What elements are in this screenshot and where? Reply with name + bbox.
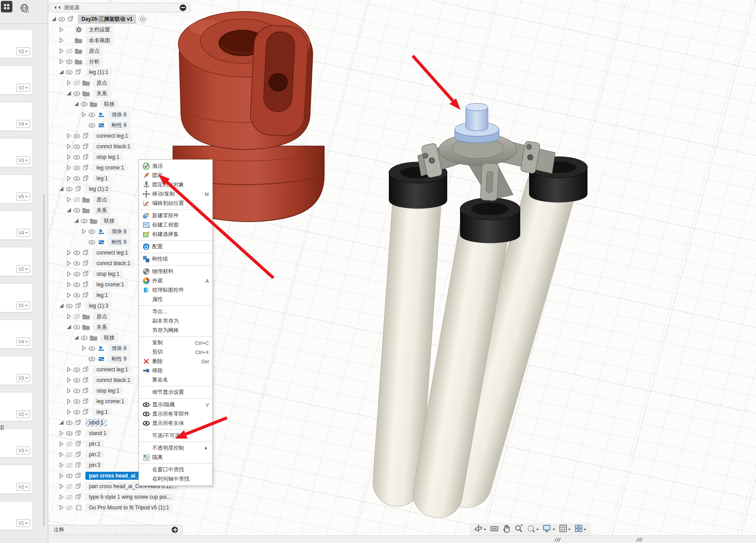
visibility-eye-icon[interactable] [72, 261, 81, 266]
collapse-triangle-icon[interactable] [73, 101, 80, 107]
tree-row[interactable]: connect leg:1 [48, 131, 195, 141]
expand-triangle-icon[interactable] [65, 388, 72, 393]
tree-item-label[interactable]: 命名视图 [85, 36, 114, 45]
app-grid-icon[interactable] [1, 1, 12, 12]
visibility-eye-icon[interactable] [65, 186, 74, 192]
tree-item-label[interactable]: Day26-三脚架联动 v1 [78, 15, 136, 24]
tree-item-label[interactable]: 刚性 9 [108, 121, 130, 130]
tree-item-label[interactable]: type b style 1 wing screw cup poi... [85, 493, 174, 501]
menu-item[interactable]: 固定 [139, 171, 212, 180]
collapse-triangle-icon[interactable] [73, 335, 80, 340]
visibility-eye-icon[interactable] [72, 133, 81, 139]
tree-row[interactable]: 文档设置 [48, 24, 195, 35]
menu-item[interactable]: 移动/复制M [139, 189, 212, 199]
tree-item-label[interactable]: 刚性 9 [108, 238, 130, 247]
fit-button[interactable] [527, 524, 539, 535]
collapse-triangle-icon[interactable] [58, 420, 65, 425]
visibility-eye-icon[interactable] [87, 123, 96, 128]
expand-triangle-icon[interactable] [58, 27, 65, 32]
visibility-eye-icon[interactable] [57, 16, 66, 22]
menu-item[interactable]: 在窗口中查找 [139, 465, 212, 474]
visibility-eye-icon[interactable] [72, 409, 81, 415]
menu-item[interactable]: 在时间轴中查找 [139, 474, 212, 484]
visibility-eye-icon[interactable] [72, 250, 81, 256]
visibility-eye-icon[interactable] [65, 303, 74, 309]
expand-triangle-icon[interactable] [58, 48, 65, 54]
menu-item[interactable]: 显示/隐藏V [139, 400, 212, 409]
tree-row[interactable]: Go Pro Mount to fit Tripod v5 (1):1 [48, 502, 195, 513]
expand-triangle-icon[interactable] [65, 80, 72, 85]
visibility-eye-icon[interactable] [72, 144, 81, 150]
expand-triangle-icon[interactable] [58, 441, 65, 447]
collapse-triangle-icon[interactable] [65, 208, 72, 213]
tree-item-label[interactable]: 原点 [93, 78, 111, 88]
tree-item-label[interactable]: connect leg:1 [93, 132, 131, 140]
data-panel-card[interactable]: V4 [0, 211, 33, 240]
tree-item-label[interactable]: connect leg:1 [93, 249, 131, 257]
tree-item-label[interactable]: 原点 [93, 195, 111, 204]
visibility-eye-icon[interactable] [72, 388, 81, 394]
data-panel-card[interactable]: V3 [0, 29, 33, 58]
menu-item[interactable]: 导出... [139, 307, 212, 316]
grid-display-button[interactable] [559, 524, 571, 534]
tree-item-label[interactable]: 原点 [85, 46, 103, 56]
expand-triangle-icon[interactable] [58, 505, 65, 510]
tree-row[interactable]: leg (1):1 [48, 67, 195, 77]
expand-triangle-icon[interactable] [65, 250, 72, 255]
expand-triangle-icon[interactable] [65, 314, 72, 319]
tree-row[interactable]: 关系 [48, 88, 195, 99]
visibility-eye-icon[interactable] [65, 69, 74, 75]
tree-item-label[interactable]: 滑块 8 [108, 344, 130, 353]
tree-item-label[interactable]: 联接 [100, 333, 118, 343]
visibility-eye-icon[interactable] [72, 324, 81, 330]
tree-item-label[interactable]: leg crome:1 [93, 281, 128, 289]
visibility-eye-icon[interactable] [65, 494, 74, 500]
menu-item[interactable]: 编辑初始位置 [139, 199, 212, 208]
menu-item[interactable]: 固定到父对象 [139, 180, 212, 189]
visibility-eye-icon[interactable] [65, 473, 74, 479]
data-panel-card[interactable]: V4 [0, 320, 33, 349]
expand-triangle-icon[interactable] [58, 494, 65, 500]
visibility-eye-icon[interactable] [72, 154, 81, 160]
timeline-bar[interactable] [0, 535, 756, 543]
tree-row[interactable]: 命名视图 [48, 35, 195, 46]
data-panel-card[interactable]: V1 [0, 501, 33, 530]
version-badge[interactable]: V2 [16, 84, 30, 92]
visibility-eye-icon[interactable] [87, 112, 96, 118]
tree-row[interactable]: Day26-三脚架联动 v1 [48, 14, 195, 24]
menu-item[interactable]: 复制Ctrl+C [139, 338, 212, 347]
tree-item-label[interactable]: leg crome:1 [93, 397, 128, 405]
visibility-eye-icon[interactable] [65, 505, 74, 511]
expand-triangle-icon[interactable] [65, 399, 72, 404]
tree-item-label[interactable]: connct black:1 [93, 142, 134, 150]
minus-circle-icon[interactable] [180, 4, 186, 11]
expand-triangle-icon[interactable] [81, 346, 87, 351]
expand-triangle-icon[interactable] [58, 431, 65, 436]
visibility-eye-icon[interactable] [80, 218, 89, 224]
data-panel-scrollbar[interactable] [43, 195, 44, 527]
menu-item[interactable]: 删除Del [139, 357, 212, 366]
menu-item[interactable]: 显示所有零部件 [139, 409, 212, 419]
collapse-panel-icon[interactable] [53, 6, 60, 9]
version-badge[interactable]: V4 [16, 120, 30, 128]
tree-item-label[interactable]: 文档设置 [85, 25, 114, 35]
menu-item[interactable]: 物理材料 [139, 267, 212, 276]
visibility-eye-icon[interactable] [72, 91, 81, 96]
visibility-eye-icon[interactable] [72, 293, 81, 298]
expand-triangle-icon[interactable] [65, 133, 72, 139]
menu-item[interactable]: 属性 [139, 295, 212, 304]
visibility-eye-icon[interactable] [72, 165, 81, 171]
menu-item[interactable]: 隔离 [139, 453, 212, 462]
tree-row[interactable]: type b style 1 wing screw cup poi... [48, 492, 195, 502]
expand-triangle-icon[interactable] [58, 452, 65, 457]
menu-item[interactable]: 显示所有实体 [139, 419, 212, 428]
expand-triangle-icon[interactable] [65, 367, 72, 372]
collapse-triangle-icon[interactable] [65, 324, 72, 330]
menu-item[interactable]: 可选/不可选 [139, 431, 212, 440]
version-badge[interactable]: V3 [16, 156, 30, 164]
visibility-eye-icon[interactable] [72, 377, 81, 383]
data-panel-card[interactable]: V2 [0, 65, 33, 95]
data-panel-card[interactable]: V1 [0, 283, 33, 312]
viewports-button[interactable] [575, 524, 586, 534]
collapse-triangle-icon[interactable] [65, 91, 72, 96]
